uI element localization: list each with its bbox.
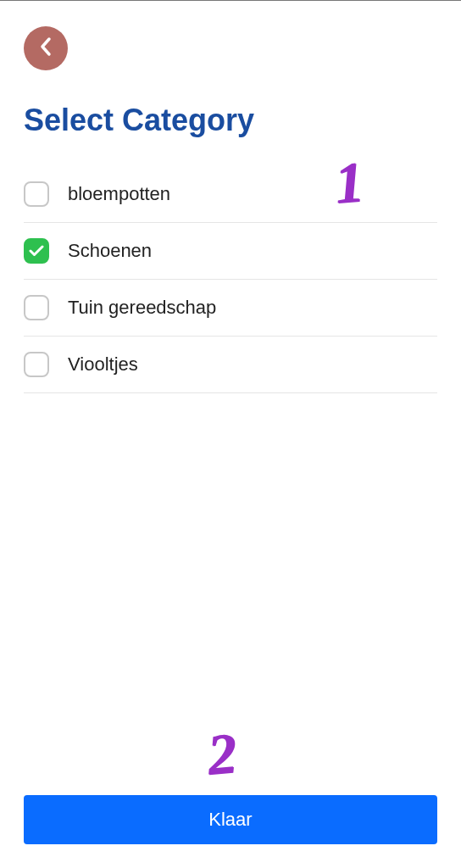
category-label: Schoenen (68, 240, 152, 262)
category-label: bloempotten (68, 183, 170, 205)
category-item-bloempotten[interactable]: bloempotten (24, 166, 437, 223)
checkbox-unchecked-icon[interactable] (24, 295, 49, 320)
done-button-label: Klaar (208, 809, 252, 831)
category-item-schoenen[interactable]: Schoenen (24, 223, 437, 280)
done-button[interactable]: Klaar (24, 795, 437, 844)
back-button[interactable] (24, 26, 68, 70)
checkbox-unchecked-icon[interactable] (24, 352, 49, 377)
checkbox-checked-icon[interactable] (24, 238, 49, 264)
annotation-marker-2: 2 (205, 720, 240, 789)
chevron-left-icon (39, 36, 53, 60)
page-title: Select Category (24, 103, 254, 138)
category-item-tuin-gereedschap[interactable]: Tuin gereedschap (24, 280, 437, 337)
checkbox-unchecked-icon[interactable] (24, 181, 49, 207)
category-list: bloempotten Schoenen Tuin gereedschap Vi… (24, 166, 437, 393)
category-label: Viooltjes (68, 353, 138, 376)
category-item-viooltjes[interactable]: Viooltjes (24, 337, 437, 393)
category-label: Tuin gereedschap (68, 297, 216, 319)
